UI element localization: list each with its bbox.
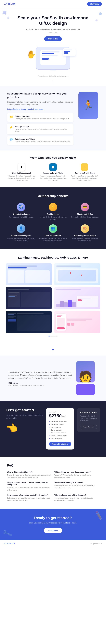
membership-headline: Membership benefits [7,194,99,198]
step-3-icon: 💎 [9,138,13,142]
navbar: APSELON Start today [0,0,106,8]
feature-7: ✓Cancel anytime [49,438,71,439]
testimonial-image: 🧑 [76,361,98,395]
step-2-icon: ⚡ [9,126,13,129]
subscription-headline: Subscription-based design service to hel… [7,92,74,99]
nav-cta-button[interactable]: Start today [87,2,102,6]
faq-a-2: We cover UI/UX design, landing pages, mo… [54,474,99,478]
faq-q-2: Which design services does Apselon do? [54,471,99,473]
trusted-text: Trusted by over 30 SaaS & marketing team… [11,75,95,77]
check-icon-4: ✓ [49,429,50,431]
quote-card-desc: Not sure which plan is right for you? Le… [80,415,97,422]
deco-shape-3 [99,12,102,15]
pricing-per-mo: /mo [62,416,65,418]
steps-list: 📁 Submit your brief Upload your task, sh… [7,113,74,145]
request-quote-button[interactable]: Request a quote [80,425,97,429]
faq-headline: FAQ [7,464,99,467]
hero-cta-button[interactable]: Start today [44,36,62,41]
connector-2 [0,344,106,356]
feature-1: ✓Unlimited design tasks [49,420,71,422]
trello-icon: ◼ [49,163,57,171]
testimonial-author-name: Eli Portnoy [8,382,72,384]
check-icon-2: ✓ [49,423,50,425]
dot-2[interactable] [50,336,52,337]
tool-zeplin: Z Easy handoff with Zeplin Receive ready… [70,163,99,182]
check-icon: ✓ [49,420,50,422]
benefit-1-title: Unlimited revisions [7,213,35,215]
subscription-desc: Our mission is to help you grow as fast … [7,101,74,106]
benefit-senior-designers: 👤 Senior-level designers Work with the d… [7,224,35,242]
benefit-5-title: Team collaboration [39,234,67,237]
faq-a-6: Our creative directors have 10+ years of… [54,497,99,502]
pricing-inner: Let's get started We believe in flat-rat… [6,408,100,450]
deco-shape-4 [96,20,98,21]
faq-grid: Who is this service ideal for? This serv… [7,471,99,502]
dot-3[interactable] [52,336,54,337]
pricing-section: Let's get started We believe in flat-rat… [0,401,106,456]
hero-description: A curated team of top-tier UI/UX designe… [26,28,80,34]
portfolio-item-2 [54,263,100,285]
portfolio-item-3 [6,287,52,309]
pricing-period-label: per month [49,411,71,413]
feature-4: ✓Senior designer [49,429,71,431]
team-icon: 👥 [49,224,57,233]
check-icon-5: ✓ [49,432,50,434]
step-1-icon: 📁 [9,115,13,119]
benefit-team-collab: 👥 Team collaboration Get more done toget… [39,224,67,242]
subscription-content: Subscription-based design service to hel… [7,92,74,145]
tools-headline: Work with tools you already know [7,156,99,160]
tool-trello-title: Manage tasks with Trello [38,172,67,174]
connector-1 [0,80,106,86]
tool-slack: ✦ Chat via Slack or email Collaborate th… [7,163,36,182]
step-2-desc: Well dive into your submission, provide … [15,128,71,132]
hero-hand-icon: 🤚 [26,50,36,59]
tool-slack-desc: Collaborate throughout the day with your… [7,175,36,182]
dot-5[interactable] [56,336,58,337]
portfolio-headline: Landing Pages, Dashboards, Mobile apps &… [6,256,100,259]
faq-q-6: Who top leadership of the designer? [54,494,99,496]
step-1-title: Submit your brief [15,115,69,117]
testimonial-section: "Apselon is a service everyone in a tech… [0,356,106,401]
quote-card: Request a quote Not sure which plan is r… [77,408,100,432]
pricing-left: Let's get started We believe in flat-rat… [6,408,43,434]
hero-float-card [63,48,76,56]
benefit-bespoke-design: 🎨 Bespoke product design All the designs… [71,224,99,242]
faq-item-6: Who top leadership of the designer? Our … [54,494,99,502]
cta-button[interactable]: Start today [44,528,62,533]
hand-pointing-icon: 👈 [6,422,43,434]
faq-q-3: Do you outsource work to low-quality, ch… [7,481,52,486]
benefit-unlimited-revisions: ✈️ Unlimited revisions We iterate until … [7,203,35,220]
portfolio-item-5 [6,311,52,333]
testimonial-content: "Apselon is a service everyone in a tech… [8,370,72,386]
step-card-2: ⚡ We'll get to work Well dive into your … [7,124,74,134]
footer: APSELON © Apselon 2023 [0,540,106,547]
portfolio-item-4 [54,287,100,309]
faq-a-4: Primer QUICK is an add-on that gets your… [54,484,99,489]
tools-section: Work with tools you already know ✦ Chat … [0,150,106,187]
feature-2: ✓Unlimited revisions [49,423,71,425]
hero-illustration: 🤚 [29,46,77,74]
portfolio-grid [6,263,100,333]
step-2-title: We'll get to work [15,126,71,128]
deco-shape-1 [3,11,6,14]
portfolio-nav-dots [6,336,100,337]
tool-trello: ◼ Manage tasks with Trello Manage your d… [38,163,67,182]
faq-item-4: What does Primer QUICK mean? Primer QUIC… [54,481,99,491]
subscription-link[interactable]: Get professional design work in 3 easy s… [7,108,44,110]
deco-shape-2 [7,16,9,19]
request-availability-button[interactable]: Request Availability [49,442,71,446]
person-icon: 👤 [17,224,25,233]
quote-card-title: Request a quote [80,411,97,414]
zeplin-icon: Z [81,163,88,171]
benefit-6-desc: All the designs you receive are unique a… [71,238,99,242]
footer-logo: APSELON [4,542,15,545]
faq-q-5: How can you offer such a cost-effective … [7,494,52,496]
pricing-features-list: ✓Unlimited design tasks ✓Unlimited revis… [49,420,71,439]
dot-4[interactable] [54,336,56,337]
dot-1[interactable] [48,336,50,337]
testimonial-author-role: Co-Founder at Operator.io and ex-Trackab… [8,384,72,386]
faq-a-1: This service is perfect for SaaS compani… [7,474,52,478]
step-3-title: Get designs you'll love [15,138,71,140]
feature-5: ✓Async communication [49,432,71,434]
testimonial-quote: "Apselon is a service everyone in a tech… [8,370,72,380]
